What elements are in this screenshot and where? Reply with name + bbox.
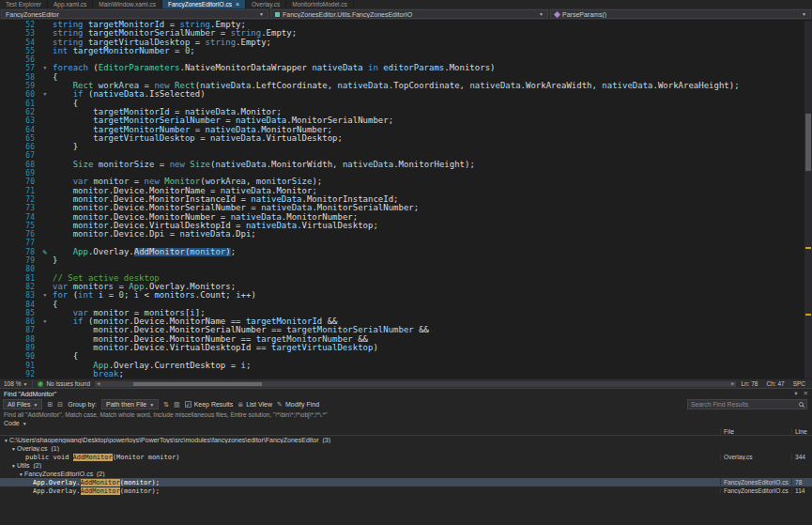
line-number[interactable]: 67 xyxy=(0,151,38,160)
line-column-header[interactable]: Line xyxy=(791,428,812,435)
result-row[interactable]: public void AddMonitor(Monitor monitor)O… xyxy=(0,453,812,461)
line-number[interactable]: 60 xyxy=(0,90,38,99)
line-number[interactable]: 92 xyxy=(0,370,38,378)
tab-overlay-cs[interactable]: Overlay.cs xyxy=(246,0,286,8)
line-number[interactable]: 65 xyxy=(0,134,38,143)
line-number[interactable]: 53 xyxy=(0,29,38,38)
line-number[interactable]: 69 xyxy=(0,169,38,178)
code-line[interactable]: 66 } xyxy=(0,143,812,151)
result-group-row[interactable]: ▾Overlay.cs (1) xyxy=(0,444,812,453)
expand-arrow-icon[interactable]: ▾ xyxy=(10,446,17,452)
code-line[interactable]: 79} xyxy=(0,256,812,265)
code-line[interactable]: 53string targetMonitorSerialNumber = str… xyxy=(0,29,812,38)
line-number[interactable]: 82 xyxy=(0,283,38,291)
file-column-header[interactable]: File xyxy=(720,428,791,435)
code-line[interactable]: 52string targetMonitorId = string.Empty; xyxy=(0,21,812,29)
fold-arrow-icon[interactable]: ▼ xyxy=(38,90,53,99)
fold-arrow-icon[interactable]: ▼ xyxy=(38,64,53,72)
code-line[interactable]: 64 targetMonitorNumber = nativeData.Moni… xyxy=(0,126,812,134)
code-line[interactable]: 82var monitors = App.Overlay.Monitors; xyxy=(0,283,812,291)
code-line[interactable]: 84{ xyxy=(0,301,812,309)
result-group-row[interactable]: ▾Utils (2) xyxy=(0,461,812,470)
scope-dropdown[interactable]: All Files ▼ xyxy=(3,399,42,409)
line-number[interactable]: 54 xyxy=(0,39,38,47)
line-number[interactable]: 86 xyxy=(0,317,38,326)
line-number[interactable]: 62 xyxy=(0,108,38,116)
code-line[interactable]: 69 xyxy=(0,169,812,178)
line-number[interactable]: 71 xyxy=(0,187,38,195)
scrollbar-thumb[interactable] xyxy=(133,382,262,386)
line-number[interactable]: 72 xyxy=(0,195,38,204)
line-number[interactable]: 85 xyxy=(0,309,38,317)
line-number[interactable]: 52 xyxy=(0,21,38,29)
tab-test-explorer[interactable]: Test Explorer xyxy=(0,0,48,8)
result-row[interactable]: App.Overlay.AddMonitor(monitor);FancyZon… xyxy=(0,478,812,486)
code-line[interactable]: 72 monitor.Device.MonitorInstanceId = na… xyxy=(0,195,812,204)
code-line[interactable]: 76 monitor.Device.Dpi = nativeData.Dpi; xyxy=(0,230,812,239)
line-number[interactable]: 91 xyxy=(0,362,38,370)
group-by-dropdown[interactable]: Path then File ▼ xyxy=(101,399,159,409)
keep-results-toggle[interactable]: ✓ Keep Results xyxy=(185,401,234,408)
tab-mainwindow-xaml-cs[interactable]: MainWindow.xaml.cs xyxy=(93,0,162,8)
code-line[interactable]: 89 monitor.Device.VirtualDesktopId == ta… xyxy=(0,344,812,352)
code-line[interactable]: 77 xyxy=(0,239,812,247)
type-dropdown[interactable]: FancyZonesEditor.Utils.FancyZonesEditorI… xyxy=(270,9,548,19)
close-icon[interactable]: × xyxy=(236,2,239,8)
line-number[interactable]: 66 xyxy=(0,143,38,151)
code-line[interactable]: 60▼ if (nativeData.IsSelected) xyxy=(0,90,812,99)
sort-icon[interactable]: ⇅ xyxy=(163,400,169,409)
code-line[interactable]: 63 targetMonitorSerialNumber = nativeDat… xyxy=(0,116,812,125)
line-number[interactable]: 61 xyxy=(0,100,38,108)
line-number[interactable]: 59 xyxy=(0,82,38,90)
code-line[interactable]: 59 Rect workArea = new Rect(nativeData.L… xyxy=(0,82,812,90)
line-number[interactable]: 79 xyxy=(0,256,38,265)
close-icon[interactable]: ✕ xyxy=(804,390,808,397)
code-line[interactable]: 71 monitor.Device.MonitorName = nativeDa… xyxy=(0,187,812,195)
code-line[interactable]: 67 xyxy=(0,151,812,160)
line-number[interactable]: 56 xyxy=(0,55,38,64)
code-line[interactable]: 68 Size monitorSize = new Size(nativeDat… xyxy=(0,161,812,169)
code-line[interactable]: 92 break; xyxy=(0,370,812,378)
expand-all-icon[interactable]: ⊞ xyxy=(47,400,53,409)
code-line[interactable]: 70 var monitor = new Monitor(workArea, m… xyxy=(0,178,812,186)
line-number[interactable]: 78 xyxy=(0,248,38,256)
line-number[interactable]: 83 xyxy=(0,291,38,300)
code-line[interactable]: 58{ xyxy=(0,73,812,82)
line-number[interactable]: 87 xyxy=(0,326,38,334)
line-number[interactable]: 68 xyxy=(0,161,38,169)
window-position-icon[interactable]: ▾ xyxy=(794,390,797,397)
scroll-left-icon[interactable]: ◀ xyxy=(97,381,100,387)
result-row[interactable]: App.Overlay.AddMonitor(monitor);FancyZon… xyxy=(0,486,812,495)
line-number[interactable]: 77 xyxy=(0,239,38,247)
code-line[interactable]: 75 monitor.Device.VirtualDesktopId = nat… xyxy=(0,222,812,230)
zoom-control[interactable]: 108 % ▼ xyxy=(4,380,27,387)
code-line[interactable]: 83▼for (int i = 0; i < monitors.Count; i… xyxy=(0,291,812,300)
expand-arrow-icon[interactable]: ▾ xyxy=(10,463,17,469)
code-line[interactable]: 85 var monitor = monitors[i]; xyxy=(0,309,812,317)
line-number[interactable]: 63 xyxy=(0,116,38,125)
code-line[interactable]: 90 { xyxy=(0,352,812,361)
result-group-row[interactable]: ▾C:\Users\shaopengwang\Desktop\powertoys… xyxy=(0,436,812,444)
line-number[interactable]: 80 xyxy=(0,265,38,273)
line-number[interactable]: 81 xyxy=(0,274,38,283)
line-number[interactable]: 75 xyxy=(0,222,38,230)
fold-arrow-icon[interactable]: ▼ xyxy=(38,291,53,300)
line-number[interactable]: 89 xyxy=(0,344,38,352)
code-line[interactable]: 54string targetVirtualDesktop = string.E… xyxy=(0,39,812,47)
code-line[interactable]: 57▼foreach (EditorParameters.NativeMonit… xyxy=(0,64,812,72)
code-line[interactable]: 74 monitor.Device.MonitorNumber = native… xyxy=(0,213,812,222)
member-dropdown[interactable]: ParseParams() ▼ xyxy=(550,9,811,19)
expand-arrow-icon[interactable]: ▾ xyxy=(3,438,9,443)
line-number[interactable]: 70 xyxy=(0,178,38,186)
tab-fancyzoneseditorio-cs[interactable]: FancyZonesEditorIO.cs× xyxy=(162,0,246,8)
code-line[interactable]: 65 targetVirtualDesktop = nativeData.Vir… xyxy=(0,134,812,143)
code-editor[interactable]: 52string targetMonitorId = string.Empty;… xyxy=(0,21,812,378)
list-view-toggle[interactable]: ≣ List View xyxy=(237,400,272,409)
scroll-right-icon[interactable]: ▶ xyxy=(731,381,734,387)
result-group-row[interactable]: ▾FancyZonesEditorIO.cs (2) xyxy=(0,470,812,478)
fold-arrow-icon[interactable]: ▼ xyxy=(38,317,53,326)
find-results-search-box[interactable] xyxy=(687,399,807,409)
project-dropdown[interactable]: FancyZonesEditor ▼ xyxy=(1,9,268,19)
vertical-scrollbar[interactable] xyxy=(804,21,812,378)
line-number[interactable]: 58 xyxy=(0,73,38,82)
